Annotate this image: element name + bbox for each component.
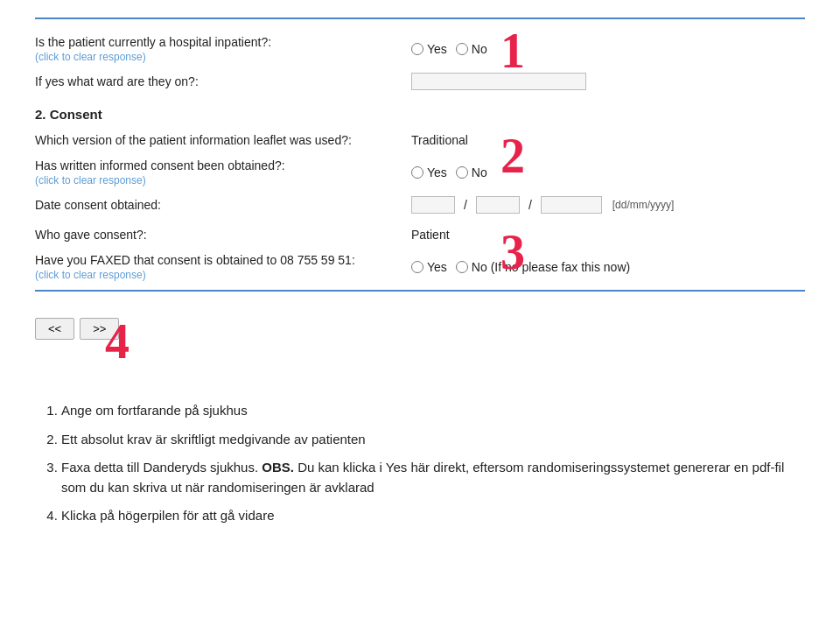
date-consent-row: Date consent obtained: / / [dd/mm/yyyy] bbox=[35, 193, 805, 216]
forward-button[interactable]: >> bbox=[80, 318, 119, 340]
inpatient-label: Is the patient currently a hospital inpa… bbox=[35, 35, 411, 63]
consent-obtained-label: Has written informed consent been obtain… bbox=[35, 158, 411, 186]
consent-radio-group: Yes No bbox=[411, 165, 487, 179]
instruction-item-2: Ett absolut krav är skriftligt medgivand… bbox=[61, 430, 805, 450]
date-consent-controls: / / [dd/mm/yyyy] bbox=[411, 196, 674, 214]
inpatient-yes-radio[interactable] bbox=[411, 43, 424, 55]
top-border bbox=[35, 18, 805, 19]
instruction-item-1: Ange om fortfarande på sjukhus bbox=[61, 401, 805, 421]
faxed-no-label[interactable]: No (If no please fax this now) bbox=[456, 260, 630, 274]
inpatient-yes-label[interactable]: Yes bbox=[411, 42, 447, 56]
inpatient-no-radio[interactable] bbox=[456, 43, 468, 55]
date-consent-label: Date consent obtained: bbox=[35, 198, 411, 212]
who-consent-label: Who gave consent?: bbox=[35, 228, 411, 242]
faxed-label: Have you FAXED that consent is obtained … bbox=[35, 253, 411, 281]
consent-yes-radio[interactable] bbox=[411, 166, 424, 179]
instruction-item-4: Klicka på högerpilen för att gå vidare bbox=[61, 506, 805, 526]
instruction-item-3: Faxa detta till Danderyds sjukhus. OBS. … bbox=[61, 458, 805, 497]
who-consent-controls: Patient bbox=[411, 228, 450, 242]
consent-obtained-row: Has written informed consent been obtain… bbox=[35, 158, 805, 186]
consent-no-radio[interactable] bbox=[456, 166, 468, 179]
consent-clear-link[interactable]: (click to clear response) bbox=[35, 174, 411, 186]
faxed-row: Have you FAXED that consent is obtained … bbox=[35, 253, 805, 281]
ward-controls bbox=[411, 73, 586, 90]
form-section: 1 Is the patient currently a hospital in… bbox=[35, 35, 805, 348]
who-consent-row: Who gave consent?: Patient bbox=[35, 223, 805, 246]
who-value: Patient bbox=[411, 228, 450, 242]
consent-obtained-controls: Yes No bbox=[411, 165, 487, 179]
date-sep-2: / bbox=[528, 198, 532, 212]
instructions-list: Ange om fortfarande på sjukhus Ett absol… bbox=[61, 401, 805, 526]
date-year-input[interactable] bbox=[541, 196, 602, 214]
faxed-clear-link[interactable]: (click to clear response) bbox=[35, 269, 411, 281]
leaflet-controls: Traditional bbox=[411, 133, 468, 147]
consent-no-label[interactable]: No bbox=[456, 165, 487, 179]
inpatient-clear-link[interactable]: (click to clear response) bbox=[35, 51, 411, 63]
faxed-controls: Yes No (If no please fax this now) bbox=[411, 260, 630, 274]
leaflet-row: Which version of the patient information… bbox=[35, 129, 805, 151]
date-month-input[interactable] bbox=[476, 196, 520, 214]
inpatient-row: Is the patient currently a hospital inpa… bbox=[35, 35, 805, 63]
ward-label: If yes what ward are they on?: bbox=[35, 74, 411, 88]
leaflet-label: Which version of the patient information… bbox=[35, 133, 411, 147]
leaflet-value: Traditional bbox=[411, 133, 468, 147]
consent-heading: 2. Consent bbox=[35, 107, 805, 122]
instructions-section: Ange om fortfarande på sjukhus Ett absol… bbox=[0, 401, 840, 526]
date-format-label: [dd/mm/yyyy] bbox=[612, 199, 675, 211]
faxed-no-radio[interactable] bbox=[456, 261, 468, 273]
date-day-input[interactable] bbox=[411, 196, 455, 214]
faxed-radio-group: Yes No (If no please fax this now) bbox=[411, 260, 630, 274]
back-button[interactable]: << bbox=[35, 318, 74, 340]
ward-input[interactable] bbox=[411, 73, 586, 90]
ward-row: If yes what ward are they on?: bbox=[35, 70, 805, 93]
bottom-border bbox=[35, 290, 805, 292]
inpatient-controls: Yes No bbox=[411, 42, 487, 56]
obs-label: OBS. bbox=[262, 460, 294, 475]
inpatient-radio-group: Yes No bbox=[411, 42, 487, 56]
faxed-yes-radio[interactable] bbox=[411, 261, 424, 273]
faxed-yes-label[interactable]: Yes bbox=[411, 260, 447, 274]
inpatient-no-label[interactable]: No bbox=[456, 42, 487, 56]
consent-yes-label[interactable]: Yes bbox=[411, 165, 447, 179]
date-sep-1: / bbox=[464, 198, 467, 212]
nav-buttons: << >> 4 bbox=[35, 318, 805, 340]
